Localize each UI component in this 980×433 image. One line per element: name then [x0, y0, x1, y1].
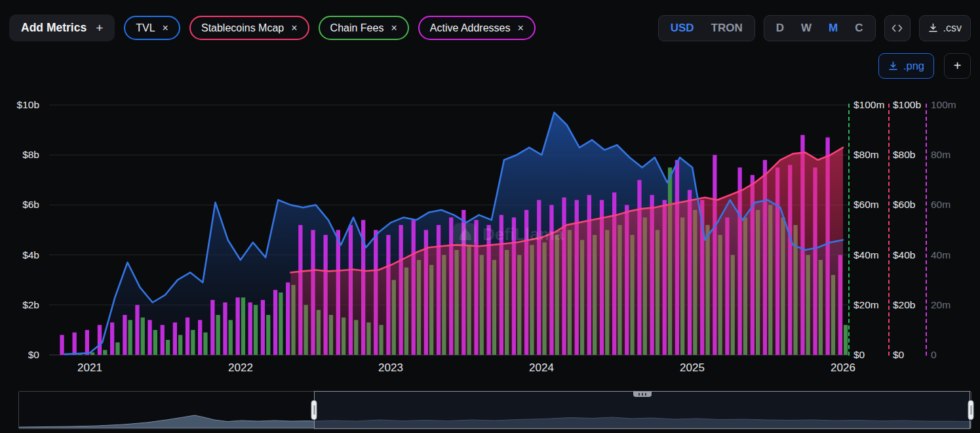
metric-pill-label: Stablecoins Mcap [201, 22, 284, 34]
y-axis-tvl-tick: $2b [0, 299, 39, 311]
download-icon [928, 23, 938, 33]
stablecoins-axis-line [888, 104, 890, 356]
metric-pill-label: Chain Fees [330, 22, 384, 34]
y-axis-addresses-tick: 20m [931, 299, 951, 311]
y-axis-fees-tick: $0 [853, 349, 865, 361]
metric-pill-chain-fees[interactable]: Chain Fees × [319, 16, 409, 40]
defillama-chain-chart-page: Add Metrics + TVL × Stablecoins Mcap × C… [0, 0, 980, 433]
png-label: .png [903, 60, 924, 72]
close-icon[interactable]: × [163, 23, 168, 33]
interval-option-d[interactable]: D [768, 16, 793, 41]
main-chart[interactable] [49, 104, 849, 360]
y-axis-tvl-tick: $8b [0, 149, 39, 161]
add-metrics-label: Add Metrics [21, 21, 87, 35]
y-axis-stablecoins-tick: $60b [893, 199, 915, 211]
currency-toggle: USD TRON [658, 15, 755, 41]
interval-option-m[interactable]: M [820, 16, 846, 41]
x-axis-year-tick: 2023 [378, 361, 403, 375]
y-axis-fees-tick: $80m [853, 149, 879, 161]
header-toolbar: Add Metrics + TVL × Stablecoins Mcap × C… [9, 14, 971, 41]
metric-pill-label: TVL [136, 22, 155, 34]
add-chart-button[interactable]: + [944, 53, 971, 79]
y-axis-addresses-tick: 40m [931, 249, 951, 261]
y-axis-tvl-tick: $4b [0, 249, 39, 261]
brush-handle-right[interactable] [968, 400, 974, 420]
y-axis-stablecoins-tick: $80b [893, 149, 915, 161]
header-right-controls: USD TRON D W M C .csv [658, 15, 971, 41]
metric-pill-stablecoins-mcap[interactable]: Stablecoins Mcap × [189, 16, 309, 40]
active-addresses-axis-line [926, 104, 927, 356]
plus-icon: + [96, 21, 103, 35]
export-toolbar: .png + [878, 53, 971, 79]
download-csv-button[interactable]: .csv [919, 15, 971, 41]
y-axis-stablecoins-tick: $40b [893, 249, 915, 261]
currency-option-tron[interactable]: TRON [703, 16, 751, 41]
close-icon[interactable]: × [391, 23, 397, 33]
add-metrics-button[interactable]: Add Metrics + [9, 14, 115, 41]
metric-pill-active-addresses[interactable]: Active Addresses × [418, 16, 536, 40]
interval-option-c[interactable]: C [846, 16, 871, 41]
y-axis-stablecoins-tick: $0 [893, 349, 904, 361]
download-icon [888, 61, 898, 71]
embed-button[interactable] [884, 15, 911, 41]
brush-selected-range[interactable] [314, 391, 970, 429]
brush-grip[interactable] [633, 392, 652, 397]
y-axis-tvl-tick: $6b [0, 199, 39, 211]
metric-pill-tvl[interactable]: TVL × [124, 16, 180, 40]
download-png-button[interactable]: .png [878, 53, 934, 79]
y-axis-tvl-tick: $0 [0, 349, 39, 361]
y-axis-fees-tick: $60m [853, 199, 879, 211]
x-axis-year-tick: 2024 [529, 361, 554, 375]
y-axis-stablecoins-tick: $100b [893, 99, 921, 111]
close-icon[interactable]: × [518, 23, 524, 33]
csv-label: .csv [943, 22, 962, 34]
y-axis-fees-tick: $20m [853, 299, 879, 311]
close-icon[interactable]: × [291, 23, 297, 33]
x-axis-year-tick: 2021 [77, 361, 102, 375]
y-axis-addresses-tick: 0 [931, 349, 937, 361]
y-axis-fees-tick: $40m [853, 249, 879, 261]
interval-option-w[interactable]: W [793, 16, 820, 41]
brush-handle-left[interactable] [311, 400, 317, 420]
y-axis-stablecoins-tick: $20b [893, 299, 915, 311]
y-axis-addresses-tick: 60m [931, 199, 951, 211]
chain-fees-axis-line [848, 104, 850, 356]
x-axis-year-tick: 2022 [228, 361, 253, 375]
x-axis-year-tick: 2026 [831, 361, 855, 375]
timeline-brush[interactable] [18, 391, 971, 429]
code-embed-icon [892, 24, 903, 33]
y-axis-addresses-tick: 80m [931, 149, 951, 161]
interval-toggle: D W M C [764, 15, 876, 41]
y-axis-addresses-tick: 100m [931, 99, 956, 111]
x-axis-year-tick: 2025 [680, 361, 705, 375]
metric-pill-label: Active Addresses [430, 22, 511, 34]
currency-option-usd[interactable]: USD [662, 16, 703, 41]
y-axis-fees-tick: $100m [853, 99, 884, 111]
y-axis-tvl-tick: $10b [0, 99, 39, 111]
